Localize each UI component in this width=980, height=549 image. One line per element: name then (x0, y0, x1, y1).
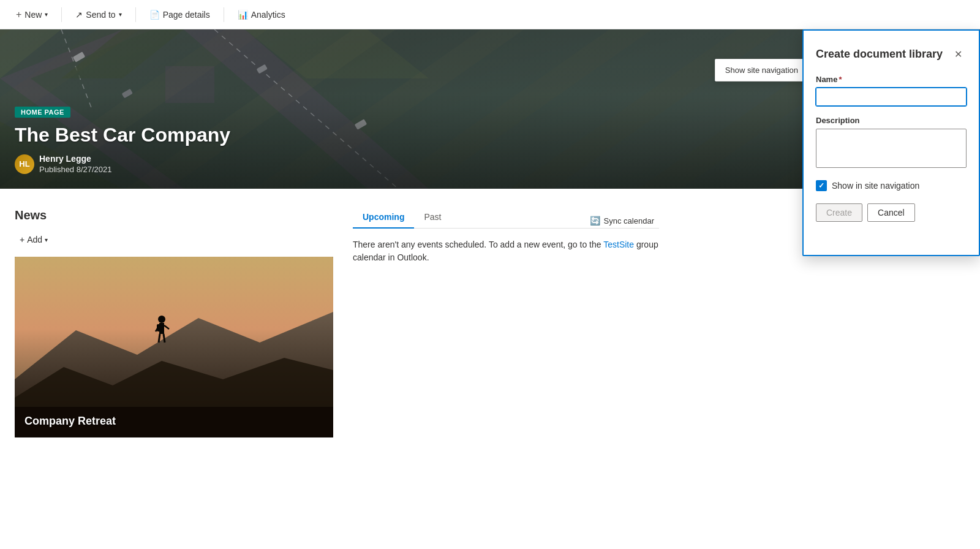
close-panel-button[interactable]: ✕ (949, 45, 967, 62)
page-details-label: Page details (163, 10, 210, 20)
description-label: Description (816, 116, 967, 125)
author-avatar: HL (15, 154, 34, 174)
toolbar-divider-2 (135, 7, 136, 22)
name-field: Name* (816, 75, 967, 106)
panel-title: Create document library (816, 48, 943, 61)
create-document-library-panel: Create document library ✕ Name* Descript… (802, 29, 980, 256)
description-input[interactable] (816, 129, 967, 168)
events-empty-text: There aren't any events scheduled. To ad… (353, 240, 603, 249)
show-nav-checkbox[interactable] (816, 180, 827, 191)
send-chevron-icon: ▾ (119, 11, 122, 18)
send-to-label: Send to (86, 10, 115, 20)
create-label: Create (826, 208, 852, 218)
tab-upcoming[interactable]: Upcoming (353, 208, 414, 228)
avatar-initials: HL (19, 159, 29, 168)
svg-marker-10 (0, 29, 61, 78)
author-name: Henry Legge (39, 154, 112, 164)
upcoming-label: Upcoming (363, 212, 404, 222)
panel-actions: Create Cancel (816, 203, 967, 222)
news-card-background (15, 257, 333, 437)
page-details-icon: 📄 (149, 10, 160, 20)
news-card-title: Company Retreat (24, 415, 323, 428)
add-chevron-icon: ▾ (45, 237, 48, 243)
panel-header: Create document library ✕ (816, 45, 967, 62)
plus-icon: + (16, 9, 21, 20)
testsite-link[interactable]: TestSite (603, 240, 634, 249)
name-required: * (839, 75, 842, 84)
svg-line-22 (164, 334, 165, 343)
new-button[interactable]: + New ▾ (10, 6, 54, 23)
sync-label: Sync calendar (604, 216, 654, 225)
events-section: Upcoming Past 🔄 Sync calendar There aren… (353, 208, 659, 437)
news-card-svg (15, 257, 333, 437)
analytics-icon: 📊 (238, 10, 248, 20)
show-site-navigation-banner: Show site navigation (715, 59, 809, 81)
news-section: News + Add ▾ (15, 208, 333, 437)
homepage-badge: HOME PAGE (15, 107, 70, 118)
svg-line-21 (159, 334, 160, 343)
main-content: HOME PAGE The Best Car Company HL Henry … (0, 29, 980, 549)
send-icon: ↗ (75, 10, 83, 20)
svg-rect-9 (257, 64, 268, 74)
content-area: News + Add ▾ (0, 189, 674, 457)
new-chevron-icon: ▾ (45, 11, 48, 18)
sync-calendar-button[interactable]: 🔄 Sync calendar (585, 213, 659, 228)
analytics-button[interactable]: 📊 Analytics (232, 7, 292, 23)
close-icon: ✕ (954, 48, 962, 60)
page-details-button[interactable]: 📄 Page details (143, 7, 216, 23)
new-label: New (24, 10, 42, 20)
tab-past[interactable]: Past (414, 208, 451, 228)
published-date: Published 8/27/2021 (39, 165, 112, 174)
name-label: Name* (816, 75, 967, 84)
svg-marker-12 (245, 29, 429, 78)
cancel-button[interactable]: Cancel (867, 203, 915, 222)
sync-icon: 🔄 (590, 216, 600, 225)
svg-marker-1 (0, 29, 153, 78)
add-icon: + (20, 235, 24, 244)
news-card[interactable]: Company Retreat (15, 257, 333, 437)
show-nav-checkbox-label: Show in site navigation (832, 181, 919, 191)
add-news-button[interactable]: + Add ▾ (15, 232, 53, 247)
description-field: Description (816, 116, 967, 170)
toolbar-divider-1 (61, 7, 62, 22)
create-button[interactable]: Create (816, 203, 862, 222)
show-nav-label: Show site navigation (725, 66, 798, 75)
cancel-label: Cancel (878, 208, 905, 218)
events-tabs: Upcoming Past 🔄 Sync calendar (353, 208, 659, 229)
news-title: News (15, 208, 333, 222)
svg-point-18 (158, 316, 165, 323)
analytics-label: Analytics (251, 10, 285, 20)
add-label: Add (27, 235, 42, 244)
svg-rect-6 (73, 51, 86, 62)
show-nav-checkbox-row: Show in site navigation (816, 180, 967, 191)
toolbar: + New ▾ ↗ Send to ▾ 📄 Page details 📊 Ana… (0, 0, 980, 29)
name-input[interactable] (816, 88, 967, 106)
toolbar-divider-3 (224, 7, 224, 22)
svg-marker-11 (61, 29, 184, 78)
past-label: Past (424, 212, 441, 222)
send-to-button[interactable]: ↗ Send to ▾ (69, 7, 127, 23)
events-empty-message: There aren't any events scheduled. To ad… (353, 238, 659, 264)
